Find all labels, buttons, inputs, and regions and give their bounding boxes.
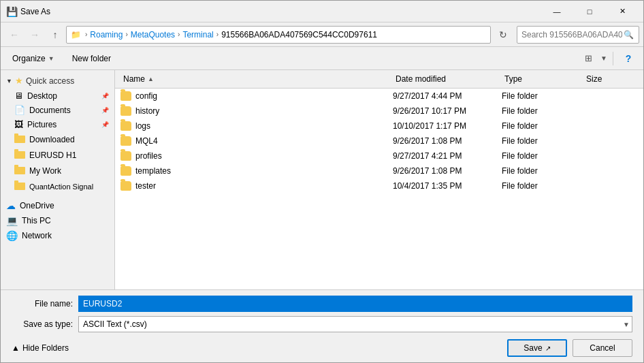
hide-folders-container: ▲ Hide Folders: [12, 339, 502, 357]
folder-icon: [120, 151, 131, 161]
file-date: 9/27/2017 4:44 PM: [393, 91, 502, 101]
pictures-icon: 🖼: [14, 119, 23, 129]
sidebar-item-documents[interactable]: 📄 Documents 📌: [1, 103, 114, 117]
table-row[interactable]: tester 10/4/2017 1:35 PM File folder: [115, 178, 643, 193]
sidebar-item-network[interactable]: 🌐 Network: [1, 228, 114, 243]
quick-access-header[interactable]: ▼ ★ Quick access: [1, 73, 114, 89]
back-button[interactable]: ←: [5, 25, 24, 44]
table-row[interactable]: profiles 9/27/2017 4:21 PM File folder: [115, 148, 643, 163]
file-name-text: profiles: [135, 151, 162, 161]
savetype-select[interactable]: ASCII Text (*.csv)CSV (*.csv)Text (*.txt…: [78, 316, 632, 332]
eurusd-label: EURUSD H1: [29, 151, 76, 160]
desktop-pin-icon: 📌: [101, 93, 109, 99]
organize-label: Organize: [12, 54, 46, 63]
table-row[interactable]: history 9/26/2017 10:17 PM File folder: [115, 104, 643, 119]
documents-icon: 📄: [14, 105, 25, 115]
sidebar-item-desktop[interactable]: 🖥 Desktop 📌: [1, 89, 114, 103]
new-folder-button[interactable]: New folder: [66, 50, 117, 67]
downloaded-icon: [14, 133, 25, 145]
col-name[interactable]: Name ▲: [120, 72, 393, 86]
file-type: File folder: [502, 91, 583, 101]
sidebar-item-quantaction[interactable]: QuantAction Signal: [1, 178, 114, 194]
breadcrumb-current: 915566BA06ADA407569C544CC0D97611: [221, 30, 377, 40]
save-label: Save: [524, 343, 542, 353]
network-label: Network: [22, 231, 52, 240]
col-type[interactable]: Type: [502, 72, 583, 86]
sort-arrow: ▲: [148, 76, 154, 82]
sidebar-item-pictures[interactable]: 🖼 Pictures 📌: [1, 117, 114, 131]
cancel-button[interactable]: Cancel: [573, 339, 632, 357]
sidebar: ▼ ★ Quick access 🖥 Desktop 📌 📄 Documents…: [1, 70, 115, 289]
file-name-cell: tester: [120, 181, 393, 191]
downloaded-label: Downloaded: [29, 135, 75, 144]
file-name-text: tester: [135, 181, 156, 191]
table-row[interactable]: MQL4 9/26/2017 1:08 PM File folder: [115, 133, 643, 148]
help-button[interactable]: ?: [619, 49, 638, 68]
mywork-label: My Work: [29, 166, 61, 176]
col-size[interactable]: Size: [583, 72, 638, 86]
file-name-text: history: [135, 106, 159, 116]
file-type: File folder: [502, 166, 583, 176]
table-row[interactable]: templates 9/26/2017 1:08 PM File folder: [115, 163, 643, 178]
sidebar-item-thispc[interactable]: 💻 This PC: [1, 213, 114, 228]
file-name-cell: config: [120, 91, 393, 101]
svg-rect-7: [14, 183, 25, 190]
table-row[interactable]: config 9/27/2017 4:44 PM File folder: [115, 89, 643, 104]
documents-pin-icon: 📌: [101, 107, 109, 114]
savetype-label: Save as type:: [12, 319, 73, 329]
search-container: 🔍: [514, 26, 639, 44]
eurusd-folder-icon: [14, 149, 25, 161]
savetype-row: Save as type: ASCII Text (*.csv)CSV (*.c…: [12, 316, 632, 332]
save-button[interactable]: Save ↗: [507, 339, 567, 357]
sidebar-item-mywork[interactable]: My Work: [1, 163, 114, 178]
quick-access-label: Quick access: [26, 76, 74, 86]
hide-folders-button[interactable]: ▲ Hide Folders: [12, 343, 69, 353]
breadcrumb: 📁 › Roaming › MetaQuotes › Terminal › 91…: [66, 26, 491, 44]
organize-button[interactable]: Organize ▼: [6, 50, 61, 67]
folder-icon: [120, 121, 131, 131]
file-type: File folder: [502, 121, 583, 131]
file-name-cell: templates: [120, 166, 393, 176]
filename-input[interactable]: [78, 296, 632, 312]
file-date: 10/10/2017 1:17 PM: [393, 121, 502, 131]
svg-rect-4: [14, 149, 18, 152]
file-date: 9/26/2017 1:08 PM: [393, 166, 502, 176]
minimize-button[interactable]: —: [541, 1, 573, 22]
maximize-button[interactable]: □: [574, 1, 605, 22]
search-input[interactable]: [517, 26, 639, 44]
breadcrumb-metaquotes[interactable]: MetaQuotes: [131, 30, 175, 40]
file-name-cell: history: [120, 106, 393, 116]
file-type: File folder: [502, 106, 583, 116]
nav-bar: ← → ↑ 📁 › Roaming › MetaQuotes › Termina…: [1, 22, 643, 47]
close-button[interactable]: ✕: [607, 1, 638, 22]
toolbar: Organize ▼ New folder ⊞ ▼ ?: [1, 47, 643, 70]
sidebar-item-onedrive[interactable]: ☁ OneDrive: [1, 198, 114, 213]
sidebar-item-eurusd[interactable]: EURUSD H1: [1, 147, 114, 163]
desktop-label: Desktop: [27, 91, 57, 101]
file-name-cell: logs: [120, 121, 393, 131]
file-name-cell: profiles: [120, 151, 393, 161]
table-row[interactable]: logs 10/10/2017 1:17 PM File folder: [115, 119, 643, 133]
folder-icon: [120, 181, 131, 191]
view-button[interactable]: ⊞: [579, 49, 598, 68]
filename-row: File name:: [12, 296, 632, 312]
new-folder-label: New folder: [72, 54, 111, 63]
col-date[interactable]: Date modified: [393, 72, 502, 86]
file-list-header: Name ▲ Date modified Type Size: [115, 70, 643, 89]
svg-rect-8: [14, 180, 18, 183]
breadcrumb-terminal[interactable]: Terminal: [182, 30, 213, 40]
forward-button[interactable]: →: [25, 25, 44, 44]
folder-icon: [120, 136, 131, 146]
file-type: File folder: [502, 151, 583, 161]
svg-rect-5: [14, 167, 25, 174]
folder-icon: [120, 91, 131, 101]
save-as-dialog: 💾 Save As — □ ✕ ← → ↑ 📁 › Roaming › Meta…: [0, 0, 644, 363]
breadcrumb-roaming[interactable]: Roaming: [90, 30, 123, 40]
folder-icon: [120, 106, 131, 116]
refresh-button[interactable]: ↻: [494, 25, 513, 44]
sidebar-item-downloaded[interactable]: Downloaded: [1, 131, 114, 147]
file-name-text: templates: [135, 166, 171, 176]
file-name-cell: MQL4: [120, 136, 393, 146]
pictures-pin-icon: 📌: [101, 121, 109, 128]
up-button[interactable]: ↑: [46, 25, 65, 44]
